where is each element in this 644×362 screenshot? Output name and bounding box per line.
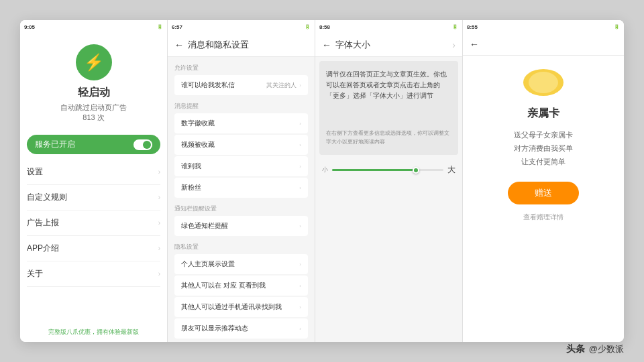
lightning-icon: ⚡ <box>84 53 104 72</box>
item-mention-label: 谁到我 <box>181 162 201 171</box>
service-toggle-label: 服务已开启 <box>35 139 75 150</box>
back-arrow-3[interactable]: ← <box>322 40 331 50</box>
font-preview-area: 调节仅在回答页正文与文章页生效。你也可以在回答页或者文章页点击右上角的「更多」选… <box>319 61 458 155</box>
item-recommend-label: 朋友可以显示推荐动态 <box>181 324 248 333</box>
font-slider-area: 小 大 <box>315 159 462 181</box>
toutiao-handle: @少数派 <box>589 343 624 355</box>
chevron-video: › <box>299 142 301 148</box>
chevron-discover: › <box>299 283 301 289</box>
chevron-profile: › <box>299 261 301 267</box>
chevron-badge: › <box>299 121 301 127</box>
close-icon-3[interactable]: › <box>452 40 455 50</box>
chevron-icon-3: › <box>158 219 160 227</box>
panel3-title: 字体大小 <box>335 39 370 51</box>
desc-line-2: 对方消费由我买单 <box>514 142 573 156</box>
chevron-mention: › <box>299 164 301 170</box>
section-allow-label: 允许设置 <box>174 64 308 72</box>
panel3-header: ← 字体大小 › <box>315 34 462 57</box>
section-notify: 消息提醒 数字徽收藏 › 视频被收藏 › 谁到我 › 新粉丝 <box>168 98 315 200</box>
gift-button[interactable]: 赠送 <box>508 182 579 204</box>
section-item-profile[interactable]: 个人主页展示设置 › <box>174 254 308 274</box>
status-time-3: 8:58 <box>319 24 330 30</box>
preview-small-text: 在右侧下方查看更多信息或选择选项，你可以调整文字大小以更好地阅读内容 <box>326 129 451 147</box>
family-card-icon <box>523 69 564 96</box>
menu-item-adreport-label: 广告上报 <box>27 217 59 229</box>
section-notify-label: 消息提醒 <box>174 102 308 111</box>
chevron-icon-5: › <box>158 270 160 278</box>
status-bar-1: 9:05 🔋 <box>20 20 167 34</box>
slider-thumb[interactable] <box>413 167 419 174</box>
main-card: 9:05 🔋 ⚡ 轻启动 自动跳过启动页广告 813 次 服务已开启 设置 › <box>20 20 624 342</box>
slider-min-label: 小 <box>322 166 328 174</box>
chevron-icon: › <box>158 168 160 176</box>
section-privacy: 隐私设置 个人主页展示设置 › 其他人可以在 对应 页看到我 › 其他人可以通过… <box>168 239 315 341</box>
section-item-badge[interactable]: 数字徽收藏 › <box>174 113 308 133</box>
status-icons-1: 🔋 <box>157 24 163 29</box>
outer-wrapper: 9:05 🔋 ⚡ 轻启动 自动跳过启动页广告 813 次 服务已开启 设置 › <box>0 0 644 362</box>
item-private-label: 谁可以给我发私信 <box>181 80 235 90</box>
status-time-1: 9:05 <box>24 24 35 30</box>
status-time-2: 6:57 <box>172 24 182 30</box>
menu-item-about-label: 关于 <box>27 268 43 280</box>
back-arrow-2[interactable]: ← <box>174 40 184 50</box>
desc-line-3: 让支付更简单 <box>514 156 573 169</box>
item-discover-label: 其他人可以在 对应 页看到我 <box>181 281 266 290</box>
item-private-right: 其关注的人 › <box>266 81 301 90</box>
menu-item-rules[interactable]: 自定义规则 › <box>27 185 160 210</box>
item-private-value: 其关注的人 <box>266 81 297 90</box>
item-green-label: 绿色通知栏提醒 <box>181 221 228 231</box>
hero-icon: ⚡ <box>76 44 112 80</box>
item-profile-label: 个人主页展示设置 <box>181 259 235 269</box>
menu-item-appintro[interactable]: APP介绍 › <box>27 236 160 261</box>
section-item-green[interactable]: 绿色通知栏提醒 › <box>174 216 308 236</box>
menu-item-rules-label: 自定义规则 <box>27 192 67 203</box>
family-card-content: 亲属卡 送父母子女亲属卡 对方消费由我买单 让支付更简单 赠送 查看赠理详情 <box>463 56 624 342</box>
panel-family-card: 8:55 🔋 ← 亲属卡 送父母子女亲属卡 对方消费由我买单 让支付更简单 赠送… <box>463 20 624 342</box>
detail-link[interactable]: 查看赠理详情 <box>523 213 564 222</box>
slider-fill <box>332 169 416 171</box>
family-card-desc: 送父母子女亲属卡 对方消费由我买单 让支付更简单 <box>514 129 573 168</box>
status-icons-4: 🔋 <box>614 24 620 29</box>
chevron-private: › <box>299 82 301 88</box>
section-item-video[interactable]: 视频被收藏 › <box>174 135 308 155</box>
section-item-private[interactable]: 谁可以给我发私信 其关注的人 › <box>174 75 308 95</box>
section-item-discover[interactable]: 其他人可以在 对应 页看到我 › <box>174 276 308 296</box>
chevron-phone: › <box>299 304 301 310</box>
status-bar-3: 8:58 🔋 <box>315 20 462 34</box>
section-item-phone[interactable]: 其他人可以通过手机通讯录找到我 › <box>174 297 308 317</box>
panel1-menu: 设置 › 自定义规则 › 广告上报 › APP介绍 › 关于 › <box>20 160 167 322</box>
section-item-recommend[interactable]: 朋友可以显示推荐动态 › <box>174 318 308 339</box>
panel-font-size: 8:58 🔋 ← 字体大小 › 调节仅在回答页正文与文章页生效。你也可以在回答页… <box>315 20 463 342</box>
chevron-fans: › <box>299 185 301 191</box>
menu-item-settings[interactable]: 设置 › <box>27 160 160 185</box>
panel1-footer: 完整版八爪优惠，拥有体验最新版 <box>20 322 167 342</box>
preview-text: 调节仅在回答页正文与文章页生效。你也可以在回答页或者文章页点击右上角的「更多」选… <box>326 69 451 101</box>
service-toggle[interactable]: 服务已开启 <box>27 135 160 154</box>
status-bar-4: 8:55 🔋 <box>463 20 624 34</box>
item-phone-label: 其他人可以通过手机通讯录找到我 <box>181 302 282 312</box>
chevron-icon-4: › <box>158 245 160 252</box>
section-item-mention[interactable]: 谁到我 › <box>174 156 308 176</box>
status-icons-2: 🔋 <box>305 24 311 29</box>
menu-item-adreport[interactable]: 广告上报 › <box>27 210 160 236</box>
slider-track[interactable] <box>332 169 443 171</box>
status-time-4: 8:55 <box>467 24 478 30</box>
hero-section: ⚡ 轻启动 自动跳过启动页广告 813 次 <box>20 34 167 129</box>
item-fans-label: 新粉丝 <box>181 183 201 192</box>
panel-privacy-settings: 6:57 🔋 ← 消息和隐私设置 允许设置 谁可以给我发私信 其关注的人 › <box>168 20 315 342</box>
chevron-icon-2: › <box>158 194 160 201</box>
hero-subtitle: 自动跳过启动页广告 <box>60 103 127 113</box>
section-item-fans[interactable]: 新粉丝 › <box>174 178 308 198</box>
menu-item-about[interactable]: 关于 › <box>27 261 160 287</box>
panel2-title: 消息和隐私设置 <box>188 39 249 51</box>
toggle-switch[interactable] <box>133 139 152 150</box>
item-video-label: 视频被收藏 <box>181 140 215 149</box>
chevron-recommend: › <box>299 326 301 332</box>
panel2-header: ← 消息和隐私设置 <box>168 34 315 57</box>
panel-lightstart: 9:05 🔋 ⚡ 轻启动 自动跳过启动页广告 813 次 服务已开启 设置 › <box>20 20 168 342</box>
toutiao-icon: 头条 <box>566 343 585 355</box>
menu-item-settings-label: 设置 <box>27 166 43 178</box>
back-arrow-4[interactable]: ← <box>470 39 479 50</box>
slider-max-label: 大 <box>447 164 455 176</box>
bottom-bar: 头条 @少数派 <box>566 343 624 355</box>
